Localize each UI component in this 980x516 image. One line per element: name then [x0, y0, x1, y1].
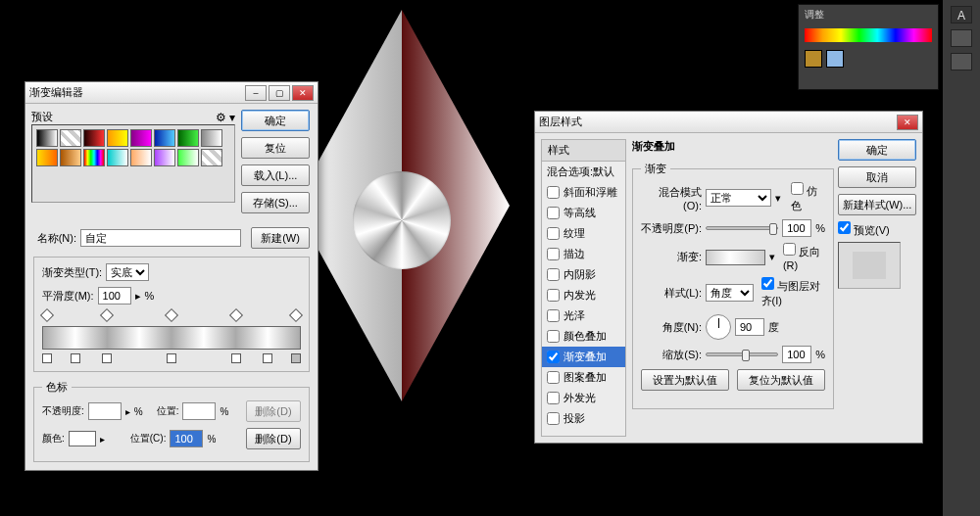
style-item[interactable]: 颜色叠加 — [542, 326, 625, 347]
style-checkbox[interactable] — [547, 248, 560, 260]
style-checkbox[interactable] — [547, 330, 560, 343]
reset-button[interactable]: 复位 — [241, 137, 310, 159]
style-item[interactable]: 图案叠加 — [542, 367, 625, 388]
close-button[interactable]: ✕ — [897, 115, 918, 130]
style-item-label: 颜色叠加 — [564, 329, 607, 344]
preset-swatch[interactable] — [60, 149, 81, 166]
paragraph-icon[interactable] — [951, 29, 972, 47]
close-button[interactable]: ✕ — [292, 85, 314, 101]
minimize-button[interactable]: – — [245, 85, 267, 101]
style-checkbox[interactable] — [547, 351, 560, 363]
new-button[interactable]: 新建(W) — [251, 227, 310, 249]
ok-button[interactable]: 确定 — [838, 139, 916, 161]
reset-default-button[interactable]: 复位为默认值 — [737, 369, 825, 391]
type-label: 渐变类型(T): — [42, 265, 102, 280]
preset-swatch[interactable] — [201, 129, 222, 147]
bg-swatch[interactable] — [826, 50, 844, 68]
blend-dropdown-icon[interactable]: ▾ — [775, 192, 781, 205]
text-tool-icon[interactable]: A — [951, 6, 972, 23]
preset-swatch[interactable] — [201, 149, 222, 166]
style-checkbox[interactable] — [547, 186, 560, 199]
style-checkbox[interactable] — [547, 412, 560, 425]
preset-swatch[interactable] — [154, 129, 175, 147]
style-item[interactable]: 描边 — [542, 244, 625, 264]
style-item[interactable]: 外发光 — [542, 388, 625, 408]
gradient-bar[interactable] — [42, 326, 301, 350]
style-item[interactable]: 斜面和浮雕 — [542, 182, 625, 203]
preset-box[interactable] — [31, 124, 235, 203]
smooth-dropdown-icon[interactable]: ▸ — [135, 290, 141, 303]
char-icon[interactable] — [951, 53, 972, 70]
type-select[interactable]: 实底 — [106, 263, 149, 281]
style-item[interactable]: 混合选项:默认 — [542, 162, 625, 182]
preset-swatch[interactable] — [177, 149, 199, 166]
style-item[interactable]: 内阴影 — [542, 264, 625, 285]
gradient-preview[interactable] — [706, 250, 765, 265]
pos2-input[interactable] — [170, 430, 203, 447]
name-input[interactable] — [80, 229, 241, 247]
style-item-label: 图案叠加 — [564, 370, 607, 385]
preset-swatch[interactable] — [154, 149, 175, 166]
hue-strip[interactable] — [805, 28, 932, 42]
set-default-button[interactable]: 设置为默认值 — [641, 369, 729, 391]
fg-swatch[interactable] — [805, 50, 822, 68]
style-checkbox[interactable] — [547, 309, 560, 322]
preset-swatch[interactable] — [60, 129, 81, 147]
save-button[interactable]: 存储(S)... — [241, 192, 310, 213]
delete-color-stop[interactable]: 删除(D) — [246, 428, 301, 449]
maximize-button[interactable]: ▢ — [269, 85, 290, 101]
grad-dropdown-icon[interactable]: ▾ — [769, 251, 775, 263]
load-button[interactable]: 载入(L)... — [241, 164, 310, 186]
style-item[interactable]: 投影 — [542, 408, 625, 429]
style-item[interactable]: 内发光 — [542, 285, 625, 305]
style-item[interactable]: 光泽 — [542, 305, 625, 326]
scale-value[interactable] — [782, 346, 811, 363]
opacity-value[interactable] — [782, 219, 811, 237]
preset-swatch[interactable] — [107, 149, 128, 166]
style-checkbox[interactable] — [547, 371, 560, 384]
dither-checkbox[interactable] — [791, 182, 804, 195]
reverse-checkbox[interactable] — [783, 243, 796, 256]
ok-button[interactable]: 确定 — [241, 110, 310, 131]
style-checkbox[interactable] — [547, 227, 560, 240]
style-item[interactable]: 等高线 — [542, 203, 625, 223]
preset-swatch[interactable] — [130, 149, 152, 166]
layer-style-title: 图层样式 — [539, 115, 895, 129]
style-item[interactable]: 渐变叠加 — [542, 347, 625, 367]
align-checkbox[interactable] — [761, 277, 774, 290]
gradient-editor-titlebar[interactable]: 渐变编辑器 – ▢ ✕ — [25, 82, 318, 104]
angle-dial[interactable] — [706, 314, 731, 340]
preset-swatch[interactable] — [36, 149, 58, 166]
adjust-tab[interactable]: 调整 — [799, 5, 938, 24]
blend-select[interactable]: 正常 — [706, 189, 771, 207]
pos2-label: 位置(C): — [130, 432, 167, 446]
style-checkbox[interactable] — [547, 289, 560, 302]
presets-label: 预设 — [31, 110, 53, 124]
color-stops-row[interactable] — [42, 353, 301, 365]
style-checkbox[interactable] — [547, 392, 560, 404]
name-label: 名称(N): — [33, 231, 76, 246]
gear-icon[interactable]: ⚙ ▾ — [216, 111, 235, 124]
opacity-stops-row[interactable] — [42, 310, 301, 322]
preset-swatch[interactable] — [130, 129, 152, 147]
layer-style-titlebar[interactable]: 图层样式 ✕ — [535, 112, 922, 133]
cancel-button[interactable]: 取消 — [838, 166, 916, 188]
preset-swatch[interactable] — [83, 129, 105, 147]
angle-value[interactable] — [735, 318, 764, 336]
new-style-button[interactable]: 新建样式(W)... — [838, 194, 916, 215]
scale-label: 缩放(S): — [641, 348, 702, 362]
preset-swatch[interactable] — [83, 149, 105, 166]
style-checkbox[interactable] — [547, 268, 560, 281]
smooth-input[interactable] — [98, 287, 131, 305]
style-select[interactable]: 角度 — [706, 284, 754, 302]
preset-swatch[interactable] — [177, 129, 199, 147]
style-item[interactable]: 纹理 — [542, 223, 625, 244]
opacity-slider[interactable] — [706, 226, 778, 230]
preset-swatch[interactable] — [107, 129, 128, 147]
scale-slider[interactable] — [706, 352, 778, 356]
preset-swatch[interactable] — [36, 129, 58, 147]
color-swatch[interactable] — [69, 431, 96, 446]
styles-header[interactable]: 样式 — [542, 140, 625, 162]
preview-checkbox[interactable] — [838, 221, 851, 234]
style-checkbox[interactable] — [547, 207, 560, 219]
